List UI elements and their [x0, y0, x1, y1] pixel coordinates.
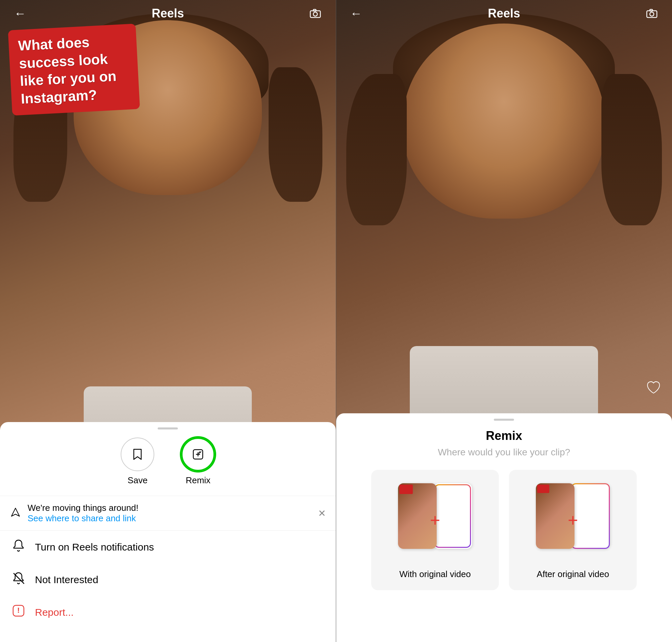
remix-option-after-original[interactable]: + After original video — [509, 470, 637, 590]
svg-text:!: ! — [17, 606, 20, 614]
svg-marker-4 — [11, 508, 20, 516]
remix-options: + With original video + — [336, 470, 672, 590]
with-original-mockup: + — [398, 480, 472, 561]
right-hair-side-left — [346, 74, 407, 225]
action-row: Save Remix — [0, 438, 336, 486]
notifications-menu-item[interactable]: Turn on Reels notifications — [0, 531, 336, 563]
not-interested-icon — [10, 572, 27, 588]
svg-point-1 — [313, 12, 317, 16]
remix-circle — [181, 438, 215, 471]
remix-label: Remix — [185, 475, 210, 486]
moving-banner-link[interactable]: See where to share and link — [28, 513, 311, 524]
svg-rect-2 — [313, 10, 316, 11]
report-label: Report... — [35, 607, 74, 618]
camera-icon — [309, 8, 321, 20]
not-interested-label: Not Interested — [35, 574, 98, 586]
right-top-bar: ← Reels — [336, 0, 672, 27]
left-title: Reels — [152, 7, 184, 21]
report-menu-item[interactable]: ! Report... — [0, 596, 336, 629]
right-face — [403, 24, 605, 219]
moving-banner-close-button[interactable]: ✕ — [318, 508, 326, 519]
notifications-label: Turn on Reels notifications — [35, 541, 154, 553]
moving-banner: We're moving things around! See where to… — [0, 496, 336, 531]
muted-bell-svg — [12, 572, 25, 585]
remix-action[interactable]: Remix — [181, 438, 215, 486]
save-label: Save — [128, 475, 147, 486]
left-top-bar: ← Reels — [0, 0, 336, 27]
remix-icon — [191, 447, 205, 461]
after-original-mockup: + — [536, 480, 610, 561]
remix-option-with-original[interactable]: + With original video — [371, 470, 499, 590]
save-action[interactable]: Save — [121, 438, 154, 486]
bookmark-icon — [130, 447, 144, 461]
right-title: Reels — [488, 7, 520, 21]
right-back-button[interactable]: ← — [346, 3, 366, 24]
heart-icon — [645, 379, 662, 396]
save-circle — [121, 438, 154, 471]
sheet-handle-right — [494, 419, 514, 421]
left-panel: What does success look like for you on I… — [0, 0, 336, 642]
bell-icon — [10, 539, 27, 555]
remix-title: Remix — [336, 429, 672, 443]
after-original-label: After original video — [537, 569, 609, 580]
report-icon: ! — [10, 604, 27, 620]
share-arrow-icon — [10, 507, 21, 517]
moving-banner-title: We're moving things around! — [28, 503, 311, 513]
left-camera-button[interactable] — [305, 3, 325, 24]
with-original-label: With original video — [399, 569, 470, 580]
sheet-handle-left — [158, 427, 178, 429]
left-hair-side-right — [269, 67, 322, 202]
right-panel: ← Reels Remix Where would you like your … — [336, 0, 672, 642]
reaction-icon — [645, 379, 662, 400]
moving-banner-icon — [10, 507, 21, 520]
not-interested-menu-item[interactable]: Not Interested — [0, 563, 336, 596]
question-sticker: What does success look like for you on I… — [8, 24, 140, 116]
svg-rect-10 — [650, 10, 652, 11]
left-bottom-sheet: Save Remix — [0, 422, 336, 642]
report-svg: ! — [12, 604, 25, 617]
remix-subtitle: Where would you like your clip? — [336, 447, 672, 458]
moving-banner-text: We're moving things around! See where to… — [28, 503, 311, 524]
svg-point-9 — [650, 12, 654, 16]
bell-svg — [12, 539, 25, 552]
right-bottom-sheet: Remix Where would you like your clip? + — [336, 413, 672, 642]
right-camera-button[interactable] — [642, 3, 662, 24]
right-body — [410, 346, 598, 413]
camera-icon-right — [646, 8, 658, 20]
left-back-button[interactable]: ← — [10, 3, 30, 24]
right-hair-side-right — [602, 74, 662, 225]
